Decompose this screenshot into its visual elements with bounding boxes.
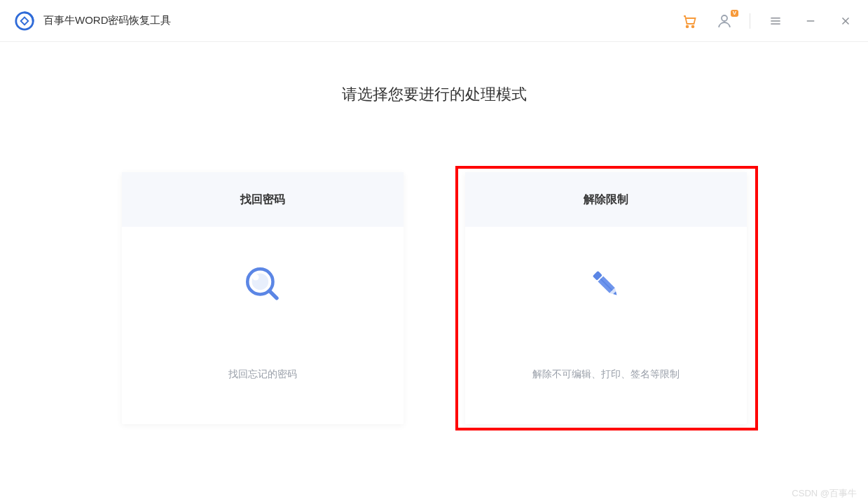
cards-container: 找回密码 找回忘记的密码 解除限制 — [0, 172, 868, 424]
card-title: 解除限制 — [465, 172, 747, 227]
card-body: 解除不可编辑、打印、签名等限制 — [465, 227, 747, 424]
svg-line-15 — [270, 292, 276, 298]
app-logo-icon — [14, 10, 35, 31]
svg-point-14 — [252, 274, 259, 281]
main-content: 请选择您要进行的处理模式 找回密码 找回忘记的密码 解除限制 — [0, 42, 868, 424]
card-desc: 解除不可编辑、打印、签名等限制 — [532, 368, 680, 381]
app-title: 百事牛WORD密码恢复工具 — [43, 14, 172, 27]
cart-icon[interactable] — [680, 11, 699, 31]
svg-point-4 — [692, 25, 694, 27]
titlebar: 百事牛WORD密码恢复工具 V — [0, 0, 868, 42]
watermark: CSDN @百事牛 — [792, 487, 857, 500]
minimize-icon[interactable] — [801, 11, 820, 31]
card-desc: 找回忘记的密码 — [228, 368, 297, 381]
card-remove-restriction[interactable]: 解除限制 解除不可编辑、打印、签名等限制 — [465, 172, 747, 424]
user-icon[interactable]: V — [715, 11, 734, 31]
magnifier-icon — [242, 263, 284, 305]
svg-point-3 — [687, 25, 689, 27]
titlebar-left: 百事牛WORD密码恢复工具 — [14, 10, 172, 31]
titlebar-right: V — [680, 11, 855, 31]
pencil-icon — [585, 263, 627, 305]
card-title: 找回密码 — [122, 172, 404, 227]
titlebar-divider — [750, 13, 750, 29]
main-heading: 请选择您要进行的处理模式 — [0, 84, 868, 105]
vip-badge-icon: V — [731, 10, 738, 17]
card-body: 找回忘记的密码 — [122, 227, 404, 424]
card-recover-password[interactable]: 找回密码 找回忘记的密码 — [122, 172, 404, 424]
close-icon[interactable] — [836, 11, 855, 31]
svg-point-5 — [722, 15, 727, 21]
menu-icon[interactable] — [766, 11, 785, 31]
